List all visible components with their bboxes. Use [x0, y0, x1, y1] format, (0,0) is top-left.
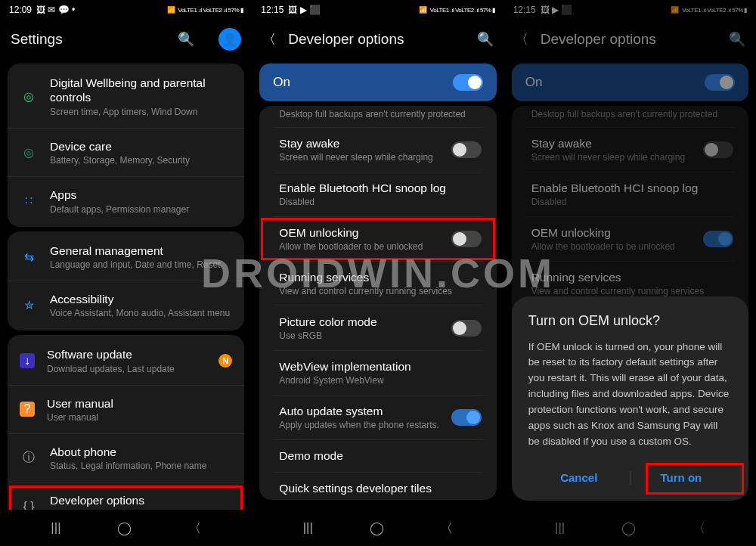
row-device-care[interactable]: ◎ Device care Battery, Storage, Memory, …	[8, 129, 244, 177]
update-icon: ↓	[20, 353, 35, 368]
row-about-phone[interactable]: ⓘ About phone Status, Legal information,…	[8, 434, 244, 482]
phone-dev-options: 12:15 🖼 ▶ ⬛ 📶 VoLTE1 .ıl VoLTE2 .ıl 57% …	[252, 0, 503, 546]
row-hci-snoop: Enable Bluetooth HCI snoop log Disabled	[512, 172, 748, 216]
signal-icons: VoLTE1 .ıl VoLTE2 .ıl 57% ▮	[682, 7, 747, 14]
manual-icon: ?	[20, 402, 35, 417]
row-developer-options[interactable]: { } Developer options Developer options	[8, 482, 244, 510]
clock: 12:15	[513, 5, 536, 15]
accessibility-icon: ✮	[20, 298, 38, 312]
app-bar: 〈 Developer options 🔍	[252, 20, 503, 59]
phone-dialog: 12:15 🖼 ▶ ⬛ 📶 VoLTE1 .ıl VoLTE2 .ıl 57% …	[504, 0, 756, 546]
signal-icons: VoLTE1 .ıl VoLTE2 .ıl 57% ▮	[430, 7, 495, 14]
row-quick-tiles[interactable]: Quick settings developer tiles	[259, 473, 496, 498]
row-general-management[interactable]: ⇆ General management Language and input,…	[8, 233, 244, 281]
cancel-button[interactable]: Cancel	[528, 465, 630, 490]
phone-settings: 12:09 🖼 ✉ 💬 • 📶 VoLTE1 .ıl VoLTE2 .ıl 57…	[0, 0, 252, 546]
notif-icons: 🖼 ✉ 💬 •	[36, 5, 75, 15]
row-sub: Screen time, App timers, Wind Down	[50, 107, 232, 117]
oem-unlock-dialog: Turn on OEM unlock? If OEM unlock is tur…	[512, 296, 748, 501]
row-stay-awake: Stay awake Screen will never sleep while…	[512, 128, 748, 172]
row-auto-update[interactable]: Auto update system Apply updates when th…	[259, 396, 496, 439]
dev-card: Desktop full backups aren't currently pr…	[259, 106, 496, 500]
update-badge: N	[218, 354, 232, 368]
nav-back-icon[interactable]: 〈	[440, 520, 453, 537]
row-title: Digital Wellbeing and parental controls	[50, 76, 232, 105]
wellbeing-icon: ◎	[20, 89, 38, 104]
nav-back-icon[interactable]: 〈	[692, 520, 705, 537]
toggle-on[interactable]	[453, 74, 483, 91]
status-bar: 12:15 🖼 ▶ ⬛ 📶 VoLTE1 .ıl VoLTE2 .ıl 57% …	[504, 0, 756, 20]
nav-bar: ||| ◯ 〈	[0, 510, 252, 546]
status-bar: 12:09 🖼 ✉ 💬 • 📶 VoLTE1 .ıl VoLTE2 .ıl 57…	[0, 0, 252, 20]
wifi-icon: 📶	[671, 6, 679, 14]
toggle-auto-update[interactable]	[451, 409, 482, 426]
row-webview[interactable]: WebView implementation Android System We…	[259, 351, 496, 395]
apps-icon: ∷	[20, 194, 38, 208]
toggle-on	[705, 74, 735, 91]
avatar[interactable]: 👤	[218, 28, 241, 51]
truncated-prev-item: Desktop full backups aren't currently pr…	[259, 106, 496, 127]
settings-list[interactable]: ◎ Digital Wellbeing and parental control…	[0, 59, 252, 510]
row-software-update[interactable]: ↓ Software update Download updates, Last…	[8, 337, 244, 385]
page-title: Developer options	[541, 31, 715, 48]
nav-bar: ||| ◯ 〈	[252, 510, 503, 546]
row-accessibility[interactable]: ✮ Accessibility Voice Assistant, Mono au…	[8, 281, 244, 329]
row-picture-color[interactable]: Picture color mode Use sRGB	[259, 306, 496, 350]
row-digital-wellbeing[interactable]: ◎ Digital Wellbeing and parental control…	[8, 65, 244, 129]
signal-icons: VoLTE1 .ıl VoLTE2 .ıl 57% ▮	[178, 7, 243, 14]
dev-master-toggle[interactable]: On	[259, 64, 496, 101]
device-care-icon: ◎	[20, 145, 38, 160]
dev-list[interactable]: On Desktop full backups aren't currently…	[252, 59, 503, 510]
turn-on-button[interactable]: Turn on	[631, 465, 732, 490]
dialog-title: Turn on OEM unlock?	[528, 313, 732, 329]
back-icon: 〈	[515, 30, 527, 48]
search-icon: 🔍	[729, 31, 745, 48]
settings-group-1: ◎ Digital Wellbeing and parental control…	[8, 64, 244, 227]
search-icon[interactable]: 🔍	[178, 31, 194, 48]
general-mgmt-icon: ⇆	[20, 250, 38, 264]
settings-group-3: ↓ Software update Download updates, Last…	[8, 335, 244, 510]
on-label: On	[273, 75, 452, 90]
back-icon[interactable]: 〈	[262, 30, 274, 48]
app-bar-dimmed: 〈 Developer options 🔍	[504, 20, 756, 59]
nav-recent-icon[interactable]: |||	[555, 520, 565, 535]
row-user-manual[interactable]: ? User manual User manual	[8, 386, 244, 434]
row-running-services[interactable]: Running services View and control curren…	[259, 262, 496, 306]
nav-home-icon[interactable]: ◯	[370, 520, 384, 536]
toggle-picture-color[interactable]	[451, 320, 482, 337]
status-bar: 12:15 🖼 ▶ ⬛ 📶 VoLTE1 .ıl VoLTE2 .ıl 57% …	[252, 0, 503, 20]
dev-icon: { }	[20, 500, 38, 510]
nav-home-icon[interactable]: ◯	[117, 520, 132, 536]
toggle-stay-awake[interactable]	[451, 141, 482, 158]
row-demo-mode[interactable]: Demo mode	[259, 440, 496, 472]
nav-recent-icon[interactable]: |||	[303, 520, 313, 535]
nav-home-icon[interactable]: ◯	[621, 520, 636, 536]
clock: 12:15	[261, 5, 284, 15]
clock: 12:09	[9, 5, 32, 15]
nav-recent-icon[interactable]: |||	[51, 520, 60, 535]
settings-group-2: ⇆ General management Language and input,…	[8, 231, 244, 331]
dev-master-toggle: On	[512, 64, 748, 101]
toggle-oem-unlocking[interactable]	[451, 231, 482, 247]
row-oem-unlocking[interactable]: OEM unlocking Allow the bootloader to be…	[259, 217, 496, 261]
nav-bar: ||| ◯ 〈	[504, 510, 756, 546]
row-oem-unlocking: OEM unlocking Allow the bootloader to be…	[512, 217, 748, 261]
search-icon[interactable]: 🔍	[477, 31, 494, 48]
notif-icons: 🖼 ▶ ⬛	[288, 5, 321, 15]
nav-back-icon[interactable]: 〈	[188, 520, 201, 537]
row-stay-awake[interactable]: Stay awake Screen will never sleep while…	[259, 128, 496, 172]
dialog-body: If OEM unlock is turned on, your phone w…	[528, 340, 732, 450]
row-apps[interactable]: ∷ Apps Default apps, Permission manager	[8, 177, 244, 225]
page-title: Developer options	[288, 31, 463, 48]
wifi-icon: 📶	[167, 6, 175, 14]
wifi-icon: 📶	[419, 6, 427, 14]
page-title: Settings	[11, 31, 164, 48]
info-icon: ⓘ	[20, 450, 38, 466]
notif-icons: 🖼 ▶ ⬛	[541, 5, 573, 15]
row-hci-snoop[interactable]: Enable Bluetooth HCI snoop log Disabled	[259, 172, 496, 216]
app-bar: Settings 🔍 👤	[0, 20, 252, 59]
